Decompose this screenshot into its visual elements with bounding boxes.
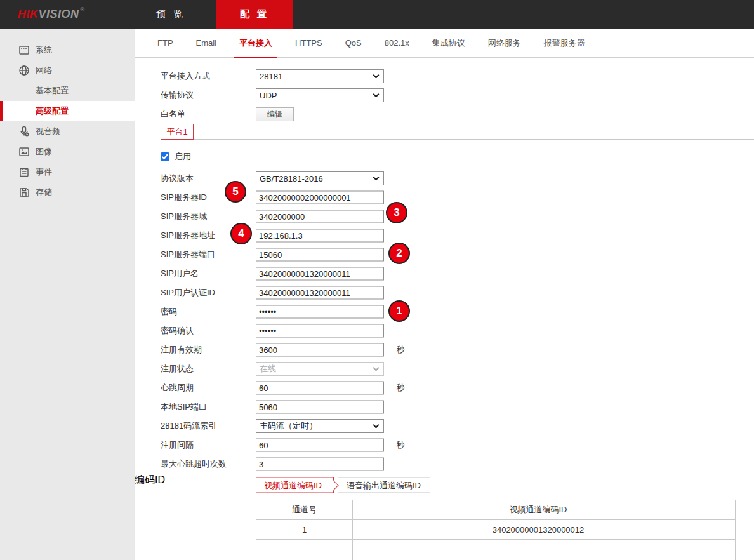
- chevron-down-icon: [373, 72, 380, 79]
- annotation-badge-5: 5: [225, 181, 246, 203]
- sip-server-domain-input[interactable]: [256, 210, 384, 223]
- tab-8021x[interactable]: 802.1x: [380, 29, 414, 58]
- sidebar-item-storage[interactable]: 存储: [0, 182, 135, 203]
- window-icon: [18, 44, 30, 57]
- sidebar-item-video-audio[interactable]: 视音频: [0, 121, 135, 142]
- chevron-down-icon: [373, 365, 380, 371]
- tab-ftp[interactable]: FTP: [152, 29, 178, 58]
- sip-username-input[interactable]: [256, 267, 384, 281]
- field-label: 心跳周期: [161, 382, 194, 394]
- video-channel-encode-id-cell: 34020000001320000012: [353, 520, 724, 540]
- password-confirm-row: 密码确认: [135, 321, 754, 340]
- tab-network-service[interactable]: 网络服务: [483, 29, 526, 58]
- page: HIKVISION® 预 览 配 置 系统 网络 基本配置 高级配置: [0, 0, 754, 560]
- platform-access-mode-select[interactable]: 28181: [256, 69, 384, 83]
- sidebar-item-label: 事件: [36, 166, 52, 178]
- image-icon: [18, 146, 30, 158]
- sidebar-item-label: 图像: [36, 146, 52, 157]
- register-interval-input[interactable]: [256, 439, 384, 452]
- sidebar-item-advanced-config[interactable]: 高级配置: [0, 101, 135, 121]
- mic-icon: [18, 126, 30, 138]
- logo-registered-mark: ®: [81, 6, 85, 13]
- tab-integration-protocol[interactable]: 集成协议: [427, 29, 470, 58]
- annotation-badge-4: 4: [230, 223, 252, 244]
- max-heartbeat-timeout-input[interactable]: [256, 458, 384, 471]
- field-label: 传输协议: [161, 90, 194, 101]
- sip-server-id-input[interactable]: [256, 191, 384, 204]
- sidebar-item-label: 存储: [36, 187, 52, 198]
- selected-value: 主码流（定时）: [260, 420, 317, 432]
- field-label: 注册有效期: [161, 344, 202, 356]
- field-label: SIP用户认证ID: [161, 287, 215, 298]
- field-label: 注册状态: [161, 363, 194, 375]
- register-validity-input[interactable]: [256, 343, 384, 357]
- register-interval-row: 注册间隔 秒: [135, 436, 754, 455]
- field-label: 本地SIP端口: [161, 401, 207, 413]
- sip-server-port-row: SIP服务器端口 2: [135, 245, 754, 264]
- tab-platform-access[interactable]: 平台接入: [234, 29, 277, 58]
- sip-auth-id-input[interactable]: [256, 286, 384, 300]
- event-icon: [18, 166, 30, 178]
- video-channel-encode-id-tab[interactable]: 视频通道编码ID: [256, 477, 334, 493]
- tab-https[interactable]: HTTPS: [290, 29, 327, 58]
- enable-checkbox[interactable]: [161, 152, 169, 161]
- field-label: 白名单: [161, 109, 185, 120]
- sip-username-row: SIP用户名: [135, 264, 754, 283]
- sidebar-item-image[interactable]: 图像: [0, 142, 135, 162]
- sidebar-item-label: 视音频: [36, 126, 60, 137]
- protocol-version-select[interactable]: GB/T28181-2016: [256, 171, 384, 185]
- field-label: SIP服务器地址: [161, 230, 215, 241]
- field-label: SIP服务器ID: [161, 192, 207, 203]
- field-label: SIP服务器端口: [161, 249, 215, 260]
- sip-server-port-input[interactable]: [256, 248, 384, 262]
- sip-server-address-row: SIP服务器地址 4: [135, 226, 754, 245]
- sidebar-item-label: 高级配置: [36, 105, 69, 117]
- sip-server-address-input[interactable]: [256, 229, 384, 243]
- chevron-down-icon: [373, 91, 380, 98]
- field-label: 密码: [161, 306, 177, 317]
- enable-label: 启用: [175, 151, 191, 163]
- audio-output-channel-encode-id-tab[interactable]: 语音输出通道编码ID: [338, 477, 430, 493]
- whitelist-row: 白名单 编辑: [135, 105, 754, 124]
- channel-table: 通道号 视频通道编码ID 1 34020000001320000012: [256, 500, 736, 560]
- platform-tab-divider: [161, 139, 754, 140]
- password-input[interactable]: [256, 305, 384, 319]
- transport-protocol-select[interactable]: UDP: [256, 88, 384, 102]
- tab-qos[interactable]: QoS: [340, 29, 367, 58]
- stream-index-select[interactable]: 主码流（定时）: [256, 419, 384, 433]
- storage-icon: [18, 187, 30, 199]
- table-row[interactable]: 1 34020000001320000012: [256, 520, 736, 540]
- sidebar-item-label: 网络: [36, 65, 52, 76]
- field-label: SIP服务器域: [161, 211, 207, 222]
- selected-value: UDP: [260, 91, 277, 100]
- globe-icon: [18, 65, 30, 77]
- spacer-cell: [724, 540, 736, 560]
- table-row[interactable]: [256, 540, 736, 560]
- hikvision-logo: HIKVISION®: [18, 0, 85, 29]
- encode-id-tabs: 视频通道编码ID 语音输出通道编码ID: [256, 477, 430, 493]
- field-label: SIP用户名: [161, 268, 199, 279]
- sidebar-item-event[interactable]: 事件: [0, 162, 135, 182]
- tab-alarm-server[interactable]: 报警服务器: [539, 29, 590, 58]
- password-confirm-input[interactable]: [256, 324, 384, 338]
- selected-value: 28181: [260, 72, 282, 81]
- nav-tab-preview[interactable]: 预 览: [139, 0, 202, 29]
- sidebar-item-system[interactable]: 系统: [0, 40, 135, 60]
- chevron-down-icon: [373, 175, 380, 181]
- selected-value: GB/T28181-2016: [260, 174, 323, 183]
- sidebar-item-label: 系统: [36, 44, 52, 56]
- local-sip-port-row: 本地SIP端口: [135, 397, 754, 417]
- encode-id-row: 编码ID 视频通道编码ID 语音输出通道编码ID: [135, 474, 754, 497]
- local-sip-port-input[interactable]: [256, 401, 384, 414]
- whitelist-edit-button[interactable]: 编辑: [256, 107, 294, 121]
- heartbeat-period-input[interactable]: [256, 382, 384, 395]
- sidebar: 系统 网络 基本配置 高级配置 视音频 图像: [0, 29, 135, 560]
- field-label: 注册间隔: [161, 439, 194, 451]
- tab-email[interactable]: Email: [191, 29, 222, 58]
- sidebar-item-basic-config[interactable]: 基本配置: [0, 81, 135, 101]
- channel-number-header: 通道号: [256, 500, 353, 520]
- nav-tab-configuration[interactable]: 配 置: [216, 0, 293, 29]
- annotation-badge-2: 2: [388, 243, 410, 264]
- platform1-tab[interactable]: 平台1: [161, 124, 194, 140]
- sidebar-item-network[interactable]: 网络: [0, 60, 135, 81]
